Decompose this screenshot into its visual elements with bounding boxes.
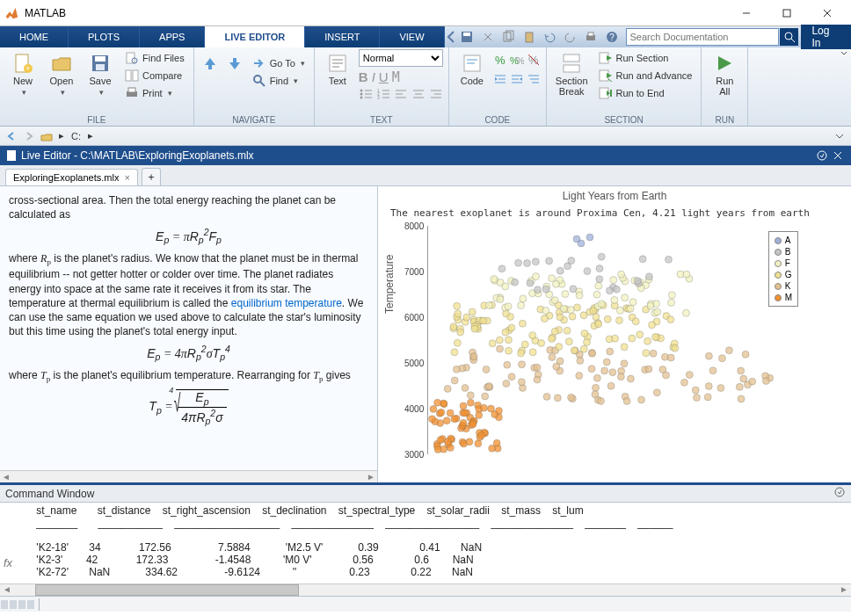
cmd-menu-button[interactable]: [833, 486, 846, 501]
find-files-button[interactable]: Find Files: [121, 49, 188, 67]
nav-up-folder-button[interactable]: [39, 128, 55, 144]
svg-rect-23: [126, 70, 131, 81]
equation: Tp = 4 Ep 4πRp2σ √: [9, 389, 368, 426]
find-button[interactable]: Find▾: [249, 72, 309, 90]
svg-point-120: [493, 439, 500, 446]
text-button[interactable]: Text: [320, 49, 355, 90]
nav-down-button[interactable]: [224, 54, 245, 72]
run-advance-button[interactable]: Run and Advance: [595, 67, 696, 84]
svg-point-374: [682, 309, 689, 316]
svg-point-340: [595, 282, 602, 289]
open-button[interactable]: Open▾: [44, 49, 79, 100]
ribbon-collapse-button[interactable]: [837, 47, 851, 126]
italic-button[interactable]: I: [372, 69, 375, 85]
close-button[interactable]: [807, 0, 847, 26]
quick-redo-icon[interactable]: [561, 28, 580, 46]
svg-point-315: [454, 302, 461, 309]
align-right-button[interactable]: [429, 88, 443, 103]
scrollbar-thumb[interactable]: [35, 584, 299, 596]
run-to-end-button[interactable]: Run to End: [595, 84, 696, 102]
compare-button[interactable]: Compare: [121, 67, 188, 84]
close-tab-icon[interactable]: ×: [124, 172, 129, 183]
quick-save-icon[interactable]: [457, 28, 476, 46]
search-submit-button[interactable]: [780, 28, 799, 46]
svg-point-370: [560, 305, 567, 312]
monospace-button[interactable]: M: [392, 69, 400, 85]
svg-point-136: [475, 440, 482, 447]
nav-back-button[interactable]: [4, 128, 19, 144]
login-button[interactable]: Log In: [801, 25, 851, 49]
section-break-button[interactable]: Section Break: [552, 49, 592, 100]
path-drive[interactable]: C:: [69, 131, 84, 141]
uncomment1-button[interactable]: %%: [510, 53, 524, 69]
svg-point-397: [556, 267, 564, 274]
tab-home[interactable]: HOME: [0, 26, 69, 47]
tab-plots[interactable]: PLOTS: [69, 26, 140, 47]
nav-up-button[interactable]: [200, 54, 221, 72]
svg-point-413: [527, 279, 534, 286]
svg-line-28: [260, 82, 265, 86]
arrow-up-icon: [203, 56, 217, 70]
editor-text-pane[interactable]: cross-sectional area. Then the total ene…: [0, 186, 378, 482]
command-window-body[interactable]: fx st_name st_distance st_right_ascensio…: [0, 503, 851, 583]
equation: Ep = 4πRp2σTp4: [9, 344, 368, 362]
live-editor-area: cross-sectional area. Then the total ene…: [0, 186, 851, 485]
quick-undo-icon[interactable]: [540, 28, 559, 46]
list-numbered-button[interactable]: 123: [376, 88, 390, 103]
quick-help-icon[interactable]: ?: [602, 28, 622, 46]
align-center-button[interactable]: [411, 88, 426, 103]
outdent-button[interactable]: [510, 72, 524, 89]
quick-paste-icon[interactable]: [520, 28, 539, 46]
svg-point-314: [518, 350, 525, 357]
svg-point-241: [580, 312, 587, 319]
indent-button[interactable]: [493, 72, 507, 89]
nav-forward-button[interactable]: [21, 128, 37, 144]
svg-point-399: [532, 258, 539, 265]
editor-titlebar: Live Editor - C:\MATLAB\ExploringExoplan…: [0, 146, 851, 165]
run-section-button[interactable]: Run Section: [595, 49, 696, 67]
svg-point-186: [503, 380, 510, 387]
print-button[interactable]: Print▾: [121, 84, 188, 102]
undock-close-button[interactable]: [830, 148, 846, 163]
comment-button[interactable]: %: [493, 53, 507, 69]
svg-point-410: [542, 286, 549, 293]
svg-point-387: [520, 295, 527, 302]
dock-menu-button[interactable]: [814, 148, 830, 163]
underline-button[interactable]: U: [379, 69, 389, 85]
tab-live-editor[interactable]: LIVE EDITOR: [205, 26, 305, 47]
goto-button[interactable]: Go To▾: [249, 54, 309, 72]
file-tab[interactable]: ExploringExoplanets.mlx ×: [5, 169, 138, 185]
svg-point-235: [529, 349, 536, 356]
quick-cut-icon[interactable]: [478, 28, 498, 46]
horizontal-scrollbar[interactable]: ◄►: [0, 470, 377, 482]
align-left-button[interactable]: [394, 88, 408, 103]
search-input[interactable]: [626, 28, 779, 46]
maximize-button[interactable]: [767, 0, 807, 26]
cmd-horizontal-scrollbar[interactable]: ◄ ►: [0, 583, 851, 596]
svg-point-286: [615, 317, 622, 324]
list-bullet-button[interactable]: [359, 88, 373, 103]
paragraph-style-select[interactable]: Normal: [359, 49, 443, 67]
tab-apps[interactable]: APPS: [140, 26, 205, 47]
add-tab-button[interactable]: ＋: [142, 168, 161, 185]
svg-point-264: [571, 347, 578, 354]
uncomment2-button[interactable]: %: [527, 53, 541, 69]
svg-point-313: [455, 310, 462, 317]
new-button[interactable]: + New▾: [5, 49, 40, 100]
quick-copy-icon[interactable]: [498, 28, 518, 46]
svg-point-225: [617, 373, 624, 380]
save-button[interactable]: Save▾: [83, 49, 118, 100]
smartindent-button[interactable]: [527, 72, 541, 89]
bold-button[interactable]: B: [359, 69, 368, 85]
quick-print-icon[interactable]: [581, 28, 600, 46]
dropdown-arrow-icon: ▾: [61, 88, 65, 97]
tab-insert[interactable]: INSERT: [305, 26, 380, 47]
equilibrium-temp-link[interactable]: equilibrium temperature: [231, 297, 342, 309]
tab-view[interactable]: VIEW: [380, 26, 444, 47]
run-all-button[interactable]: Run All: [707, 49, 742, 100]
goto-icon: [252, 56, 266, 70]
path-dropdown-button[interactable]: [832, 128, 847, 144]
minimize-button[interactable]: [726, 0, 767, 26]
fx-prompt-icon[interactable]: fx: [4, 556, 12, 569]
code-button[interactable]: Code: [455, 49, 490, 90]
